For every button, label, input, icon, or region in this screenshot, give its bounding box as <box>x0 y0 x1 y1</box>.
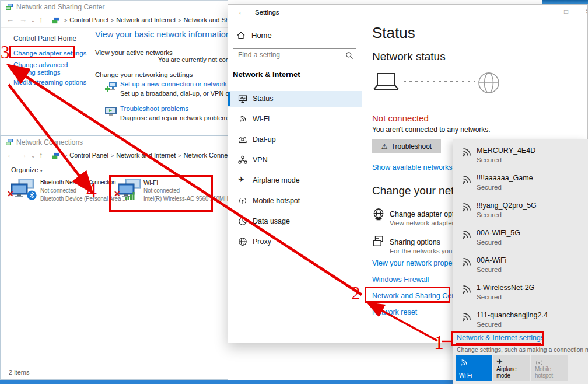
dialup-icon <box>238 135 247 144</box>
wifi-network-status: Secured <box>477 156 502 163</box>
settings-nav-status[interactable]: Status <box>228 91 362 107</box>
close-icon[interactable]: ✕ <box>585 8 588 16</box>
troubleshoot-problems-link[interactable]: Troubleshoot problems <box>120 105 228 112</box>
wifi-network-item[interactable]: !!!yang_Q2pro_5G Secured <box>453 197 588 225</box>
maximize-icon[interactable]: □ <box>564 8 568 16</box>
desktop-screenshot: Network and Sharing Center ← → ⌄ ↑ >Cont… <box>0 0 588 384</box>
settings-nav-airplane-mode[interactable]: ✈ Airplane mode <box>228 173 362 188</box>
adapter-bluetooth[interactable]: ✕ Bluetooth Network Connection Not conne… <box>9 177 114 215</box>
wifi-network-status: Secured <box>477 211 502 218</box>
nc-window-title: Network Connections <box>16 138 83 146</box>
settings-nav-data-usage[interactable]: Data usage <box>228 214 362 229</box>
bluetooth-icon <box>27 190 37 200</box>
troubleshoot-icon <box>104 106 117 118</box>
nc-titlebar[interactable]: Network Connections <box>1 136 228 149</box>
settings-nav-proxy[interactable]: Proxy <box>228 234 362 250</box>
wifi-network-item[interactable]: 00A-WiFi_5G Secured <box>453 225 588 252</box>
sidebar-advanced-sharing-settings[interactable]: Change advanced sharing settings <box>13 61 83 76</box>
minimize-icon[interactable]: – <box>536 8 540 16</box>
step-number-2: 2 <box>351 284 360 302</box>
wifi-network-status: Secured <box>477 239 502 246</box>
history-dropdown-icon[interactable]: ⌄ <box>31 153 36 159</box>
wifi-signal-icon <box>460 256 473 269</box>
up-icon[interactable]: ↑ <box>39 15 43 24</box>
wifi-network-name: MERCURY_4E4D <box>477 146 536 155</box>
breadcrumb-network-connections[interactable]: Network Connections <box>184 152 228 159</box>
sidebar-media-streaming-options[interactable]: Media streaming options <box>13 79 86 86</box>
highlight-box-change-adapter-settings <box>9 46 75 58</box>
data-usage-icon <box>238 217 247 226</box>
wifi-flyout-panel: MERCURY_4E4D Secured !!!!aaaaaa_Game Sec… <box>453 139 588 384</box>
wifi-network-name: !!!!aaaaaa_Game <box>477 174 533 182</box>
organize-menu[interactable]: Organize▾ <box>11 166 43 173</box>
wifi-network-item[interactable]: 1-WirelessNet-2G Secured <box>453 280 588 307</box>
settings-nav-dialup[interactable]: Dial-up <box>228 132 362 148</box>
troubleshoot-item: Troubleshoot problems Diagnose and repai… <box>104 105 228 121</box>
step-number-3: 3 <box>1 43 10 61</box>
back-icon[interactable]: ← <box>6 15 14 24</box>
adapter-name: Bluetooth Network Connection <box>40 179 116 186</box>
breadcrumb-location-icon <box>52 152 60 160</box>
network-internet-settings-desc: Change settings, such as making a connec… <box>457 346 588 353</box>
view-network-properties-link[interactable]: View your network properties <box>372 259 466 267</box>
wifi-network-item[interactable]: 00A-WiFi Secured <box>453 252 588 280</box>
selected-indicator <box>228 92 230 106</box>
not-connected-desc: You aren't connected to any networks. <box>372 125 491 134</box>
mobile-hotspot-quick-tile[interactable]: Mobile hotspot <box>531 355 568 381</box>
forward-icon[interactable]: → <box>19 151 27 159</box>
settings-search-box[interactable] <box>233 48 356 61</box>
wifi-network-name: 00A-WiFi <box>477 256 506 264</box>
wifi-signal-icon <box>460 311 473 324</box>
troubleshoot-button[interactable]: ⚠ Troubleshoot <box>372 139 441 153</box>
sidebar-control-panel-home[interactable]: Control Panel Home <box>13 34 76 43</box>
back-icon[interactable]: ← <box>6 151 14 159</box>
breadcrumb-network-internet[interactable]: Network and Internet <box>116 16 176 23</box>
settings-back-icon[interactable]: ← <box>237 8 245 16</box>
up-icon[interactable]: ↑ <box>39 151 43 159</box>
wifi-network-list: MERCURY_4E4D Secured !!!!aaaaaa_Game Sec… <box>453 142 588 334</box>
not-connected-status: Not connected <box>372 113 429 123</box>
settings-nav-mobile-hotspot[interactable]: Mobile hotspot <box>228 193 362 209</box>
nsc-titlebar[interactable]: Network and Sharing Center <box>1 1 228 13</box>
wifi-signal-icon <box>460 174 473 187</box>
wifi-network-item[interactable]: !!!!aaaaaa_Game Secured <box>453 170 588 197</box>
nsc-window-title: Network and Sharing Center <box>16 3 104 11</box>
settings-window-title: Settings <box>255 9 279 16</box>
breadcrumb-network-sharing-center[interactable]: Network and Sharing Center <box>184 16 228 23</box>
breadcrumb-network-internet[interactable]: Network and Internet <box>116 152 176 159</box>
settings-page-title: Status <box>372 24 415 42</box>
history-dropdown-icon[interactable]: ⌄ <box>31 18 36 23</box>
sharing-options[interactable]: Sharing options <box>390 238 440 246</box>
items-count: 2 items <box>9 369 29 376</box>
wifi-network-name: 00A-WiFi_5G <box>477 229 520 237</box>
laptop-globe-graphic <box>372 69 503 100</box>
settings-home[interactable]: Home <box>251 31 272 40</box>
wifi-network-item[interactable]: MERCURY_4E4D Secured <box>453 142 588 170</box>
windows-firewall-link[interactable]: Windows Firewall <box>372 275 429 284</box>
wifi-network-status: Secured <box>477 266 502 273</box>
adapter-options-icon <box>372 208 385 221</box>
network-connections-window-icon <box>5 138 13 146</box>
breadcrumb-control-panel[interactable]: Control Panel <box>69 152 108 159</box>
wifi-network-name: 1-WirelessNet-2G <box>477 284 534 292</box>
forward-icon[interactable]: → <box>19 15 27 24</box>
highlight-box-network-sharing-center-link <box>365 287 450 303</box>
active-networks-label: View your active networks <box>95 49 173 56</box>
show-available-networks-link[interactable]: Show available networks <box>372 163 453 172</box>
window-network-connections: Network Connections ← → ⌄ ↑ >Control Pan… <box>0 135 228 380</box>
wifi-quick-tile[interactable]: Wi-Fi <box>456 355 492 381</box>
wifi-network-name: !!!yang_Q2pro_5G <box>477 201 537 210</box>
background-window-edge <box>542 0 588 4</box>
search-input[interactable] <box>233 49 344 61</box>
home-icon <box>236 30 246 40</box>
chevron-icon: > <box>108 153 116 159</box>
wifi-network-item[interactable]: 111-quanchangjing2.4 Secured <box>453 307 588 334</box>
settings-nav-wifi[interactable]: Wi-Fi <box>228 111 362 127</box>
active-networks-section: View your active networks <box>95 49 227 56</box>
breadcrumb-control-panel[interactable]: Control Panel <box>69 16 108 23</box>
settings-nav-vpn[interactable]: VPN <box>228 152 362 168</box>
network-reset-link[interactable]: Network reset <box>372 308 417 316</box>
setup-connection-link[interactable]: Set up a new connection or network <box>120 81 228 88</box>
airplane-mode-quick-tile[interactable]: ✈ Airplane mode <box>493 355 530 381</box>
troubleshoot-problems-desc: Diagnose and repair network problems, or… <box>120 114 228 121</box>
